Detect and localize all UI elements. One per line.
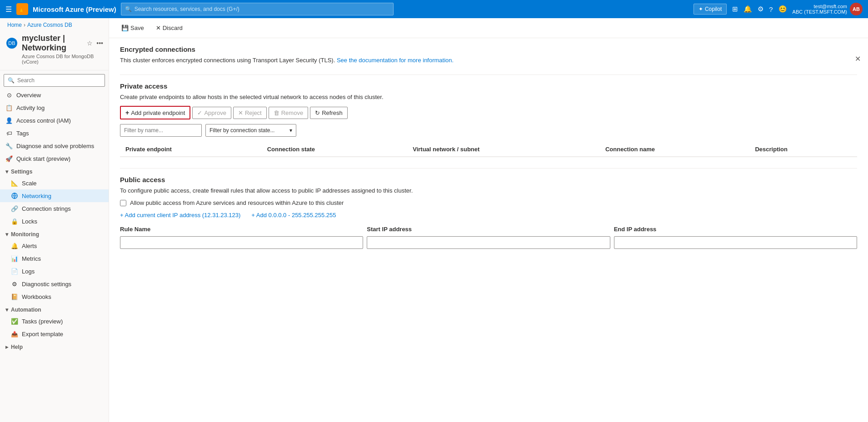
sidebar-search-box[interactable]: 🔍 [4, 74, 105, 87]
start-ip-input[interactable] [367, 236, 610, 249]
resource-name: mycluster | Networking [22, 34, 83, 53]
save-button[interactable]: 💾 Save [116, 22, 149, 34]
filter-bar: Filter by connection state... ▾ [120, 124, 857, 137]
notifications-icon[interactable]: 🔔 [743, 5, 752, 13]
sidebar-item-label: Workbooks [22, 293, 51, 300]
alerts-icon: 🔔 [11, 242, 18, 249]
col-connection-state: Connection state [262, 142, 408, 157]
add-private-endpoint-button[interactable]: + Add private endpoint [120, 106, 190, 119]
global-search[interactable]: 🔍 Search resources, services, and docs (… [121, 3, 394, 15]
automation-section-header[interactable]: ▾ Automation [0, 303, 109, 315]
content-area: ✕ 💾 Save ✕ Discard Encrypted connections… [109, 18, 868, 422]
sidebar-item-label: Quick start (preview) [16, 155, 70, 162]
sidebar-item-quickstart[interactable]: 🚀 Quick start (preview) [0, 152, 109, 165]
discard-button[interactable]: ✕ Discard [151, 22, 188, 34]
resource-actions: ☆ ••• [87, 40, 103, 47]
activity-log-icon: 📋 [5, 104, 13, 111]
check-icon: ✓ [197, 109, 202, 116]
breadcrumb-parent[interactable]: Azure Cosmos DB [27, 22, 72, 28]
feedback-icon[interactable]: 😊 [778, 5, 787, 13]
public-access-checkbox-label[interactable]: Allow public access from Azure services … [120, 199, 857, 206]
sidebar-item-label: Connection strings [22, 205, 71, 212]
public-access-section: Public access To configure public access… [120, 176, 857, 249]
hamburger-menu[interactable]: ☰ [5, 5, 12, 14]
sidebar-item-export-template[interactable]: 📤 Export template [0, 328, 109, 340]
settings-section-header[interactable]: ▾ Settings [0, 165, 109, 177]
sidebar-item-label: Metrics [22, 255, 41, 262]
sidebar-item-metrics[interactable]: 📊 Metrics [0, 252, 109, 265]
sidebar-item-tags[interactable]: 🏷 Tags [0, 127, 109, 139]
sidebar-item-label: Tags [16, 130, 29, 137]
settings-icon[interactable]: ⚙ [758, 5, 763, 13]
sidebar-item-label: Scale [22, 180, 37, 187]
rule-name-input[interactable] [120, 236, 363, 249]
sidebar-item-logs[interactable]: 📄 Logs [0, 265, 109, 278]
add-client-ip-link[interactable]: + Add current client IP address (12.31.2… [120, 212, 240, 218]
col-rule-name: Rule Name [120, 226, 363, 233]
copilot-label: Copilot [705, 6, 722, 12]
quickstart-icon: 🚀 [5, 155, 13, 162]
sidebar-search-input[interactable] [17, 77, 101, 84]
svg-text:DB: DB [8, 40, 15, 46]
public-access-checkbox[interactable] [120, 200, 126, 206]
resource-title-row: DB mycluster | Networking ☆ ••• [5, 34, 103, 53]
workbooks-icon: 📔 [11, 293, 18, 300]
refresh-icon: ↻ [315, 109, 320, 116]
filter-state-select[interactable]: Filter by connection state... ▾ [205, 124, 296, 137]
sidebar-item-tasks[interactable]: ✅ Tasks (preview) [0, 315, 109, 328]
more-options-icon[interactable]: ••• [96, 40, 103, 47]
sidebar-item-locks[interactable]: 🔒 Locks [0, 215, 109, 228]
filter-state-label: Filter by connection state... [210, 127, 274, 134]
copilot-button[interactable]: ✦ Copilot [693, 4, 727, 15]
private-access-section: Private access Create private endpoints … [120, 82, 857, 157]
scale-icon: 📐 [11, 179, 18, 187]
networking-icon [11, 192, 18, 199]
encrypted-title: Encrypted connections [120, 45, 857, 53]
encrypted-docs-link[interactable]: See the documentation for more informati… [337, 57, 454, 64]
add-range-link[interactable]: + Add 0.0.0.0 - 255.255.255.255 [251, 212, 336, 218]
monitoring-section-header[interactable]: ▾ Monitoring [0, 228, 109, 239]
help-icon[interactable]: ? [769, 5, 773, 13]
sidebar-item-connection-strings[interactable]: 🔗 Connection strings [0, 202, 109, 215]
sidebar-item-activity-log[interactable]: 📋 Activity log [0, 101, 109, 114]
chevron-down-icon: ▾ [289, 127, 292, 134]
sidebar-item-diagnostic-settings[interactable]: ⚙ Diagnostic settings [0, 278, 109, 290]
sidebar-item-networking[interactable]: Networking [0, 189, 109, 202]
filter-name-input[interactable] [120, 124, 202, 137]
sidebar-item-label: Locks [22, 218, 37, 225]
close-button[interactable]: ✕ [855, 55, 861, 63]
refresh-label: Refresh [322, 109, 343, 116]
settings-section-label: Settings [11, 169, 32, 175]
reject-button[interactable]: ✕ Reject [233, 107, 267, 119]
sidebar-nav: ⊙ Overview 📋 Activity log 👤 Access contr… [0, 89, 109, 422]
portal-menu-icon[interactable]: ⊞ [732, 5, 738, 13]
sidebar-item-alerts[interactable]: 🔔 Alerts [0, 239, 109, 252]
refresh-button[interactable]: ↻ Refresh [310, 107, 348, 119]
col-connection-name: Connection name [600, 142, 750, 157]
sidebar-item-iam[interactable]: 👤 Access control (IAM) [0, 114, 109, 127]
x-icon: ✕ [238, 109, 243, 116]
sidebar-item-diagnose[interactable]: 🔧 Diagnose and solve problems [0, 139, 109, 152]
chevron-down-icon: ▾ [5, 307, 8, 313]
breadcrumb-home[interactable]: Home [7, 22, 22, 28]
private-access-title: Private access [120, 82, 857, 90]
sidebar-item-workbooks[interactable]: 📔 Workbooks [0, 290, 109, 303]
remove-button[interactable]: 🗑 Remove [269, 107, 308, 119]
diagnose-icon: 🔧 [5, 142, 13, 149]
sidebar-item-scale[interactable]: 📐 Scale [0, 177, 109, 189]
user-info: test@msft.com ABC (TEST.MSFT.COM) [793, 4, 847, 15]
private-access-action-bar: + Add private endpoint ✓ Approve ✕ Rejec… [120, 106, 857, 119]
approve-button[interactable]: ✓ Approve [192, 107, 231, 119]
sidebar-item-overview[interactable]: ⊙ Overview [0, 89, 109, 101]
sidebar-search-icon: 🔍 [8, 77, 15, 84]
help-section-header[interactable]: ▸ Help [0, 340, 109, 352]
chevron-right-icon: ▸ [5, 344, 8, 350]
end-ip-input[interactable] [614, 236, 857, 249]
copilot-icon: ✦ [698, 6, 703, 12]
user-profile[interactable]: test@msft.com ABC (TEST.MSFT.COM) AB [793, 3, 863, 15]
public-access-desc: To configure public access, create firew… [120, 187, 857, 194]
table-header-row: Private endpoint Connection state Virtua… [120, 142, 857, 157]
favorite-icon[interactable]: ☆ [87, 40, 93, 47]
sidebar-item-label: Overview [16, 92, 41, 99]
sidebar-item-label: Alerts [22, 243, 37, 249]
